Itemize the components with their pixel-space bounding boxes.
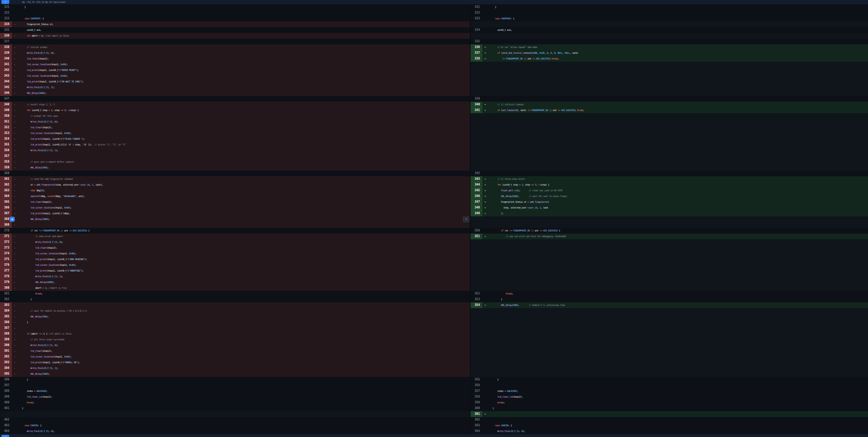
line-number[interactable]: 333 — [471, 16, 482, 21]
line-number[interactable]: 404 — [0, 428, 12, 434]
line-number[interactable]: 338 — [0, 44, 12, 50]
line-number[interactable]: 360 — [0, 171, 12, 176]
line-number[interactable]: 398 — [0, 388, 12, 394]
add-comment-button[interactable]: + — [10, 217, 15, 222]
line-number[interactable]: 397 — [0, 383, 12, 388]
line-number[interactable]: 358 — [471, 394, 482, 400]
line-number[interactable]: 403 — [0, 423, 12, 428]
line-number[interactable]: 350 — [471, 228, 482, 234]
line-number[interactable]: 355 — [0, 142, 12, 148]
line-number[interactable]: 338 — [471, 56, 482, 62]
line-number[interactable]: 348 — [0, 102, 12, 107]
line-number[interactable]: 341 — [0, 62, 12, 67]
line-number[interactable]: 363 — [0, 188, 12, 193]
line-number[interactable]: 382 — [0, 297, 12, 302]
line-number[interactable]: 351 — [471, 234, 482, 239]
line-number[interactable]: 369 — [0, 222, 12, 228]
line-number[interactable]: 342 — [0, 67, 12, 73]
line-number[interactable]: 351 — [0, 119, 12, 125]
line-number[interactable]: 353 — [471, 297, 482, 302]
line-number[interactable]: 375 — [0, 256, 12, 262]
expand-hunk-up-button[interactable]: ↑ — [1, 0, 9, 4]
line-number[interactable]: 388 — [0, 331, 12, 337]
line-number[interactable]: 363 — [471, 423, 482, 428]
line-number[interactable]: 367 — [0, 211, 12, 216]
line-number[interactable]: 347 — [0, 96, 12, 102]
line-number[interactable]: 359 — [0, 165, 12, 171]
line-number[interactable]: 366 — [0, 205, 12, 211]
line-number[interactable]: 394 — [0, 365, 12, 371]
line-number[interactable]: 339 — [471, 96, 482, 102]
line-number[interactable]: 385 — [0, 314, 12, 320]
line-number[interactable]: 384 — [0, 308, 12, 314]
line-number[interactable]: 360 — [471, 405, 482, 411]
line-number[interactable]: 344 — [0, 79, 12, 85]
line-number[interactable]: 359 — [471, 400, 482, 405]
line-number[interactable]: 378 — [0, 274, 12, 279]
line-number[interactable]: 343 — [471, 176, 482, 182]
line-number[interactable]: 352 — [0, 125, 12, 130]
line-number[interactable]: 346 — [0, 90, 12, 96]
line-number[interactable]: 336 — [471, 44, 482, 50]
line-number[interactable]: 339 — [0, 50, 12, 56]
line-number[interactable]: 353 — [0, 130, 12, 136]
line-number[interactable]: 346 — [471, 193, 482, 199]
line-number[interactable]: 377 — [0, 268, 12, 274]
line-number[interactable]: 390 — [0, 342, 12, 348]
line-number[interactable]: 362 — [471, 417, 482, 423]
line-number[interactable]: 402 — [0, 417, 12, 423]
line-number[interactable]: 332 — [471, 10, 482, 16]
line-number[interactable]: 337 — [0, 39, 12, 44]
line-number[interactable]: 372 — [0, 239, 12, 245]
line-number[interactable]: 343 — [0, 73, 12, 79]
line-number[interactable]: 392 — [0, 354, 12, 360]
line-number[interactable]: 345 — [471, 188, 482, 193]
line-number[interactable]: 370 — [0, 228, 12, 234]
line-number[interactable]: 358 — [0, 159, 12, 165]
line-number[interactable]: 400 — [0, 400, 12, 405]
line-number[interactable]: 348 — [471, 205, 482, 211]
line-number[interactable]: 340 — [0, 56, 12, 62]
line-number[interactable]: 391 — [0, 348, 12, 354]
line-number[interactable]: 379 — [0, 279, 12, 285]
line-number[interactable]: 361 — [471, 411, 482, 417]
line-number[interactable]: 401 — [0, 405, 12, 411]
line-number[interactable]: 336 — [0, 33, 12, 39]
line-number[interactable]: 331 — [471, 4, 482, 10]
line-number[interactable]: 347 — [471, 199, 482, 205]
line-number[interactable]: 373 — [0, 245, 12, 251]
line-number[interactable]: 387 — [0, 325, 12, 331]
line-number[interactable]: 342 — [471, 171, 482, 176]
expand-hunk-button[interactable]: ↕ — [1, 435, 9, 437]
line-number[interactable]: 334 — [471, 27, 482, 33]
line-number[interactable]: 389 — [0, 337, 12, 342]
line-number[interactable]: 332 — [0, 10, 12, 16]
line-number[interactable]: 396 — [0, 377, 12, 383]
line-number[interactable]: 393 — [0, 360, 12, 365]
line-number[interactable]: 337 — [471, 50, 482, 56]
line-number[interactable]: 386 — [0, 320, 12, 325]
line-number[interactable]: 354 — [0, 136, 12, 142]
line-number[interactable]: 364 — [471, 428, 482, 434]
line-number[interactable]: 345 — [0, 85, 12, 90]
line-number[interactable]: 349 — [471, 211, 482, 216]
line-number[interactable]: 356 — [0, 148, 12, 153]
line-number[interactable]: 355 — [471, 377, 482, 383]
line-number[interactable]: 331 — [0, 4, 12, 10]
line-number[interactable]: 381 — [0, 291, 12, 297]
line-number[interactable]: 344 — [471, 182, 482, 188]
line-number[interactable]: 383 — [0, 302, 12, 308]
line-number[interactable]: 376 — [0, 262, 12, 268]
line-number[interactable]: 349 — [0, 107, 12, 113]
line-number[interactable]: 399 — [0, 394, 12, 400]
line-number[interactable]: 352 — [471, 291, 482, 297]
line-number[interactable]: 334 — [0, 21, 12, 27]
line-number[interactable]: 350 — [0, 113, 12, 119]
line-number[interactable]: 362 — [0, 182, 12, 188]
line-number[interactable]: 354 — [471, 302, 482, 308]
line-number[interactable]: 374 — [0, 251, 12, 256]
line-number[interactable]: 361 — [0, 176, 12, 182]
line-number[interactable]: 395 — [0, 371, 12, 377]
line-number[interactable]: 357 — [0, 153, 12, 159]
line-number[interactable]: 340 — [471, 102, 482, 107]
